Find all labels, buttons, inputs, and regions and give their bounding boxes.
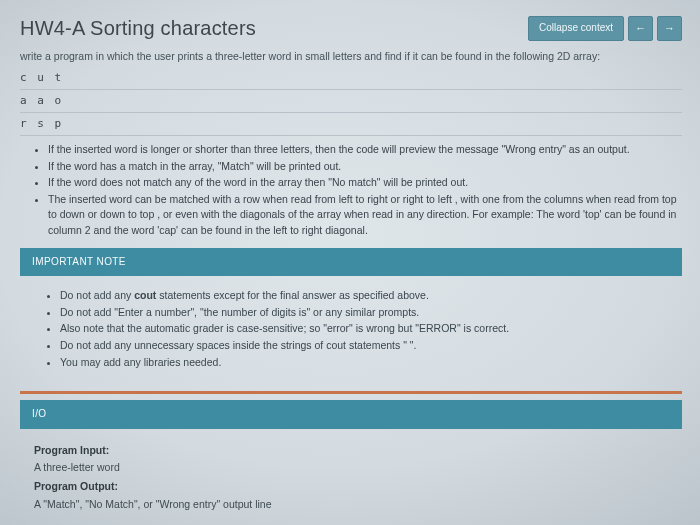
arrow-right-icon: → xyxy=(664,23,675,34)
program-input-label: Program Input: xyxy=(34,443,668,458)
note-item: Do not add any cout statements except fo… xyxy=(60,288,668,303)
program-output-label: Program Output: xyxy=(34,479,668,494)
important-note-body: Do not add any cout statements except fo… xyxy=(20,276,682,381)
cout-keyword: cout xyxy=(134,289,156,301)
accent-divider xyxy=(20,391,682,394)
rule-item: If the inserted word is longer or shorte… xyxy=(48,142,682,157)
prev-button[interactable]: ← xyxy=(628,16,653,41)
collapse-context-button[interactable]: Collapse context xyxy=(528,16,624,41)
io-body: Program Input: A three-letter word Progr… xyxy=(20,429,682,525)
divider xyxy=(20,112,682,113)
rules-list: If the inserted word is longer or shorte… xyxy=(20,142,682,238)
array-row-1: a a o xyxy=(20,93,682,109)
page-title: HW4-A Sorting characters xyxy=(20,14,256,43)
problem-description: write a program in which the user prints… xyxy=(20,49,682,64)
next-button[interactable]: → xyxy=(657,16,682,41)
note-item: Do not add "Enter a number", "the number… xyxy=(60,305,668,320)
io-heading: I/O xyxy=(20,400,682,429)
rule-item: If the word has a match in the array, "M… xyxy=(48,159,682,174)
collapse-context-label: Collapse context xyxy=(539,21,613,36)
rule-item: If the word does not match any of the wo… xyxy=(48,175,682,190)
note-item: Do not add any unnecessary spaces inside… xyxy=(60,338,668,353)
header: HW4-A Sorting characters Collapse contex… xyxy=(20,14,682,43)
array-row-2: r s p xyxy=(20,116,682,132)
program-output-value: A "Match", "No Match", or "Wrong entry" … xyxy=(34,497,668,512)
note-item: You may add any libraries needed. xyxy=(60,355,668,370)
program-input-value: A three-letter word xyxy=(34,460,668,475)
arrow-left-icon: ← xyxy=(635,23,646,34)
rule-item: The inserted word can be matched with a … xyxy=(48,192,682,238)
header-controls: Collapse context ← → xyxy=(528,16,682,41)
important-note-heading: IMPORTANT NOTE xyxy=(20,248,682,277)
note-item: Also note that the automatic grader is c… xyxy=(60,321,668,336)
notes-list: Do not add any cout statements except fo… xyxy=(34,288,668,370)
divider xyxy=(20,135,682,136)
divider xyxy=(20,89,682,90)
array-row-0: c u t xyxy=(20,70,682,86)
